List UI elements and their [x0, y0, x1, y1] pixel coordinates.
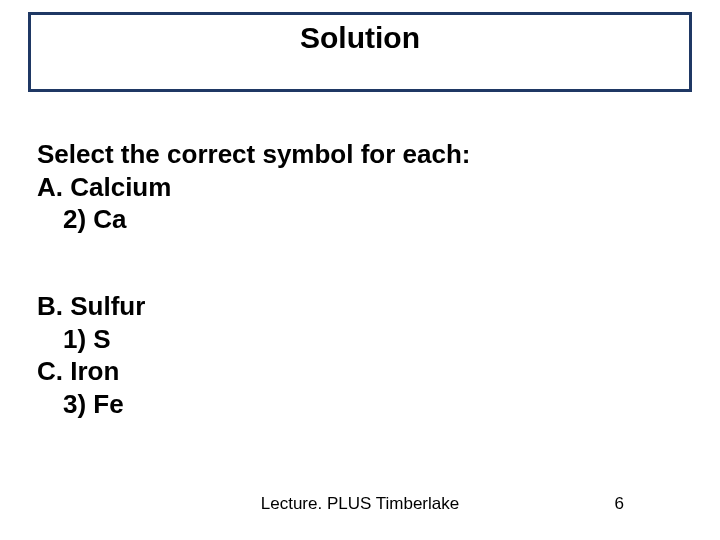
slide-title: Solution	[300, 21, 420, 55]
footer-center: Lecture. PLUS Timberlake	[0, 494, 720, 514]
body-block-1: Select the correct symbol for each: A. C…	[37, 138, 677, 236]
item-a-label: A. Calcium	[37, 171, 677, 204]
prompt-text: Select the correct symbol for each:	[37, 138, 677, 171]
body-block-2: B. Sulfur 1) S C. Iron 3) Fe	[37, 290, 677, 420]
item-a-answer: 2) Ca	[37, 203, 677, 236]
item-c-answer: 3) Fe	[37, 388, 677, 421]
item-b-label: B. Sulfur	[37, 290, 677, 323]
slide: Solution Select the correct symbol for e…	[0, 0, 720, 540]
item-b-answer: 1) S	[37, 323, 677, 356]
title-box: Solution	[28, 12, 692, 92]
page-number: 6	[615, 494, 624, 514]
item-c-label: C. Iron	[37, 355, 677, 388]
